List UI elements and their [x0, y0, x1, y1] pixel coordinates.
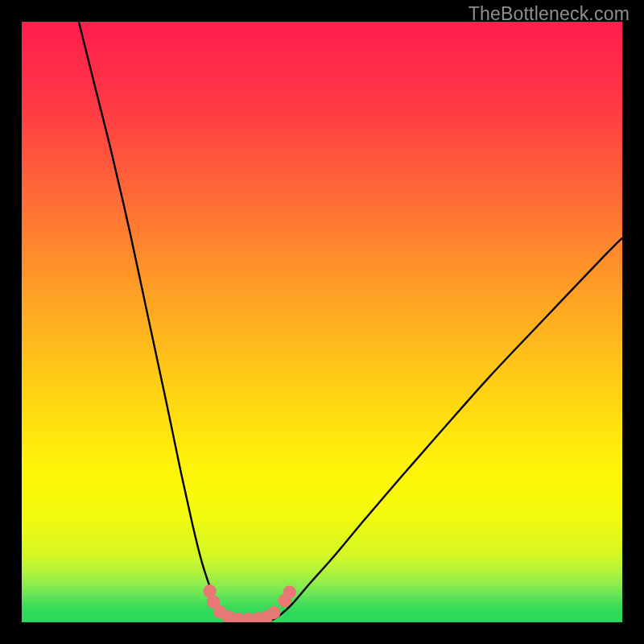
outer-frame: TheBottleneck.com [0, 0, 644, 644]
marker-dot [283, 586, 296, 599]
marker-dot [267, 606, 280, 619]
gradient-background [22, 22, 622, 622]
plot-area [22, 22, 622, 622]
chart-canvas [22, 22, 622, 622]
